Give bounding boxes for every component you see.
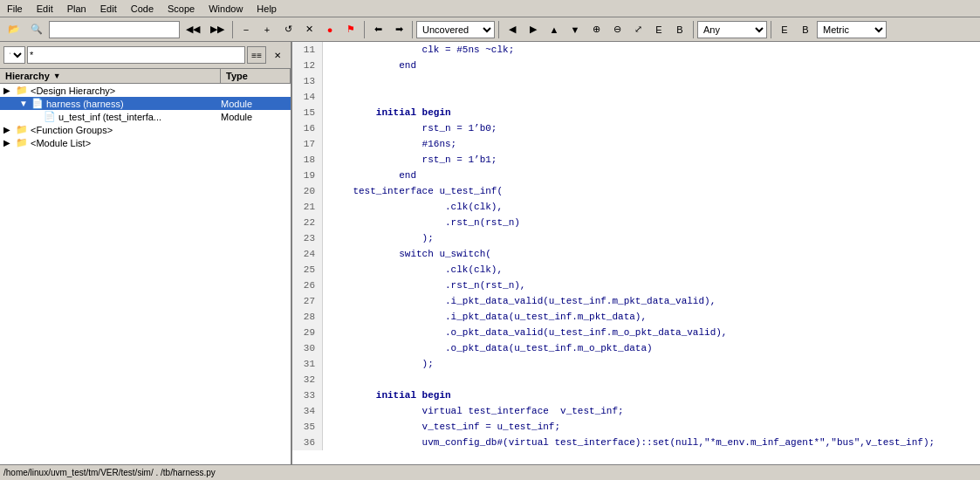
line-content-11: clk = #5ns ~clk;: [323, 42, 514, 58]
u-test-inf-label: u_test_inf (test_interfa...: [58, 112, 221, 122]
tb-nav-left[interactable]: ◀: [503, 20, 522, 39]
any-dropdown[interactable]: Any: [697, 21, 767, 38]
line-content-28: .i_pkt_data(u_test_inf.m_pkt_data),: [323, 309, 647, 325]
statusbar: /home/linux/uvm_test/tm/VER/test/sim/ . …: [0, 464, 980, 480]
tb-fit[interactable]: ⤢: [628, 20, 648, 39]
harness-type: Module: [221, 99, 291, 109]
line-num-17: 17: [292, 136, 323, 152]
tb-nav-down[interactable]: ▼: [565, 20, 585, 39]
menubar: File Edit Plan Edit Code Scope Window He…: [0, 0, 980, 17]
filter-dropdown[interactable]: ▼: [3, 46, 25, 64]
code-line-31: 31 );: [292, 356, 980, 372]
tb-zoom-in[interactable]: ⊕: [586, 20, 606, 39]
search-bar: ▼ ≡≡ ✕: [0, 42, 291, 69]
line-num-12: 12: [292, 58, 323, 73]
u-test-inf-type: Module: [221, 112, 291, 122]
line-num-15: 15: [292, 105, 323, 120]
code-line-22: 22 .rst_n(rst_n): [292, 215, 980, 230]
design-hierarchy-label: <Design Hierarchy>: [31, 86, 221, 96]
tree-item-design-hierarchy[interactable]: ▶ 📁 <Design Hierarchy>: [0, 84, 291, 97]
line-content-23: );: [323, 230, 434, 246]
menu-window[interactable]: Window: [202, 2, 250, 16]
tb-arrow-right1[interactable]: ➡: [389, 20, 408, 39]
line-content-16: rst_n = 1’b0;: [323, 120, 497, 136]
metric-dropdown[interactable]: Metric: [817, 21, 887, 38]
line-num-26: 26: [292, 278, 323, 293]
tree-item-module-list[interactable]: ▶ 📁 <Module List>: [0, 136, 291, 149]
left-panel: ▼ ≡≡ ✕ Hierarchy ▼ Type ▶ 📁 <Design Hier…: [0, 42, 292, 464]
code-line-35: 35 v_test_inf = u_test_inf;: [292, 419, 980, 435]
code-line-29: 29 .o_pkt_data_valid(u_test_inf.m_o_pkt_…: [292, 325, 980, 340]
menu-file[interactable]: File: [0, 2, 30, 16]
line-content-30: .o_pkt_data(u_test_inf.m_o_pkt_data): [323, 340, 653, 356]
separator3: [412, 21, 413, 38]
tb-search-button[interactable]: 🔍: [26, 20, 47, 39]
line-num-35: 35: [292, 419, 323, 435]
function-groups-label: <Function Groups>: [31, 125, 221, 135]
module-list-label: <Module List>: [31, 138, 221, 148]
line-content-17: #16ns;: [323, 136, 456, 152]
tb-zoom-out[interactable]: ⊖: [607, 20, 627, 39]
tb-e1[interactable]: E: [649, 20, 668, 39]
coverage-dropdown[interactable]: Uncovered Covered All: [416, 21, 495, 38]
line-num-28: 28: [292, 309, 323, 325]
menu-edit2[interactable]: Edit: [93, 2, 124, 16]
tb-minus-button[interactable]: −: [236, 20, 256, 39]
hierarchy-label: Hierarchy: [5, 71, 50, 81]
tb-e2[interactable]: E: [775, 20, 794, 39]
line-content-27: .i_pkt_data_valid(u_test_inf.m_pkt_data_…: [323, 293, 716, 309]
separator4: [498, 21, 499, 38]
menu-edit[interactable]: Edit: [30, 2, 60, 16]
tb-open-button[interactable]: 📂: [3, 20, 24, 39]
tb-b2[interactable]: B: [796, 20, 815, 39]
code-panel: 11 clk = #5ns ~clk; 12 end 13 14: [292, 42, 980, 464]
code-area[interactable]: 11 clk = #5ns ~clk; 12 end 13 14: [292, 42, 980, 464]
close-search-button[interactable]: ✕: [268, 45, 287, 65]
separator6: [771, 21, 771, 38]
tb-stop-button[interactable]: ✕: [299, 20, 319, 39]
folder-icon-design: 📁: [16, 85, 28, 96]
line-num-20: 20: [292, 183, 323, 199]
tb-search-input[interactable]: [49, 21, 180, 38]
line-content-24: switch u_switch(: [323, 246, 491, 262]
line-content-22: .rst_n(rst_n): [323, 215, 520, 230]
code-line-23: 23 );: [292, 230, 980, 246]
toolbar: 📂 🔍 ◀◀ ▶▶ − + ↺ ✕ ● ⚑ ⬅ ➡ Uncovered Cove…: [0, 17, 980, 42]
tb-next-button[interactable]: ▶▶: [206, 20, 229, 39]
line-num-11: 11: [292, 42, 323, 58]
menu-scope[interactable]: Scope: [161, 2, 202, 16]
tree-area[interactable]: ▶ 📁 <Design Hierarchy> ▼ 📄 harness (harn…: [0, 84, 291, 464]
tb-arrow-left1[interactable]: ⬅: [368, 20, 387, 39]
filter-apply-button[interactable]: ≡≡: [247, 46, 266, 64]
separator1: [232, 21, 233, 38]
line-num-27: 27: [292, 293, 323, 309]
tree-item-function-groups[interactable]: ▶ 📁 <Function Groups>: [0, 123, 291, 136]
code-line-30: 30 .o_pkt_data(u_test_inf.m_o_pkt_data): [292, 340, 980, 356]
tree-item-harness[interactable]: ▼ 📄 harness (harness) Module: [0, 97, 291, 110]
line-num-13: 13: [292, 73, 323, 89]
tb-b1[interactable]: B: [670, 20, 689, 39]
code-line-19: 19 end: [292, 168, 980, 183]
tb-plus-button[interactable]: +: [257, 20, 277, 39]
tb-refresh-button[interactable]: ↺: [278, 20, 298, 39]
menu-plan[interactable]: Plan: [60, 2, 93, 16]
tb-prev-button[interactable]: ◀◀: [182, 20, 204, 39]
menu-code[interactable]: Code: [124, 2, 161, 16]
tree-item-u-test-inf[interactable]: 📄 u_test_inf (test_interfa... Module: [0, 110, 291, 123]
separator2: [364, 21, 365, 38]
line-num-23: 23: [292, 230, 323, 246]
line-content-34: virtual test_interface v_test_inf;: [323, 403, 624, 419]
code-line-27: 27 .i_pkt_data_valid(u_test_inf.m_pkt_da…: [292, 293, 980, 309]
module-icon-harness: 📄: [31, 98, 44, 109]
menu-help[interactable]: Help: [250, 2, 284, 16]
line-num-18: 18: [292, 152, 323, 168]
main-layout: ▼ ≡≡ ✕ Hierarchy ▼ Type ▶ 📁 <Design Hier…: [0, 42, 980, 464]
line-content-19: end: [323, 168, 416, 183]
filter-input[interactable]: [27, 46, 245, 64]
tb-red-button[interactable]: ●: [320, 20, 339, 39]
tb-flag-button[interactable]: ⚑: [341, 20, 360, 39]
code-line-14: 14: [292, 89, 980, 105]
tb-nav-right[interactable]: ▶: [524, 20, 543, 39]
line-num-21: 21: [292, 199, 323, 215]
tb-nav-up[interactable]: ▲: [545, 20, 564, 39]
